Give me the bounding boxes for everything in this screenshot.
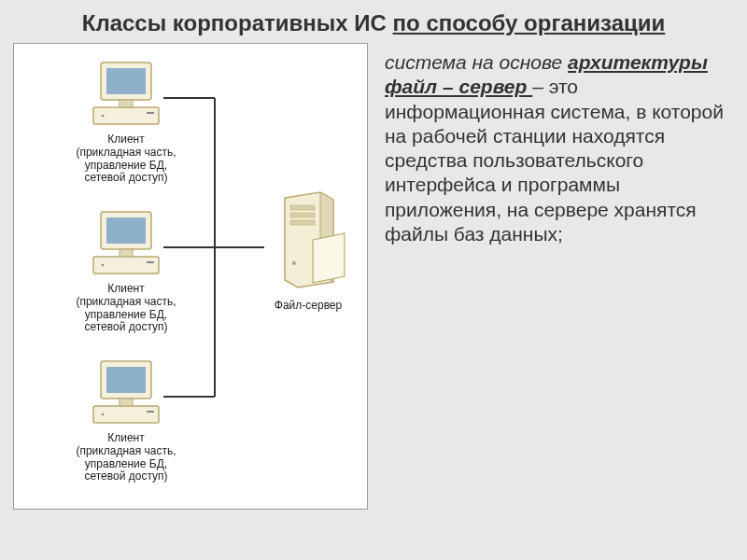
- text-intro: система на основе: [385, 51, 568, 73]
- computer-icon: [84, 359, 168, 427]
- svg-rect-22: [147, 411, 154, 413]
- svg-rect-8: [120, 100, 133, 107]
- svg-rect-18: [106, 367, 146, 393]
- client-node-1: Клиент (прикладная часть, управление БД,…: [42, 61, 210, 185]
- svg-point-21: [102, 413, 105, 416]
- client-desc: сетевой доступ): [42, 321, 210, 334]
- client-desc: сетевой доступ): [42, 470, 210, 483]
- svg-rect-24: [290, 213, 315, 217]
- client-title: Клиент: [42, 283, 210, 296]
- svg-rect-20: [120, 399, 133, 406]
- diagram-panel: Клиент (прикладная часть, управление БД,…: [13, 43, 368, 510]
- client-desc: управление БД,: [42, 160, 210, 173]
- svg-rect-12: [106, 217, 146, 244]
- title-underlined: по способу организации: [393, 10, 666, 35]
- svg-rect-23: [290, 205, 315, 210]
- client-desc: сетевой доступ): [42, 172, 210, 185]
- server-node: Файл-сервер: [261, 189, 355, 312]
- client-desc: (прикладная часть,: [42, 147, 210, 160]
- client-title: Клиент: [42, 133, 210, 147]
- svg-rect-16: [147, 261, 154, 263]
- svg-rect-25: [290, 220, 315, 225]
- client-node-2: Клиент (прикладная часть, управление БД,…: [42, 210, 210, 334]
- client-desc: управление БД,: [42, 309, 210, 322]
- computer-icon: [84, 210, 168, 277]
- svg-rect-6: [106, 68, 146, 94]
- client-desc: управление БД,: [42, 458, 210, 471]
- client-title: Клиент: [42, 432, 210, 445]
- server-icon: [266, 189, 350, 291]
- svg-rect-14: [120, 249, 133, 257]
- svg-point-9: [102, 115, 105, 118]
- computer-icon: [84, 61, 168, 128]
- client-desc: (прикладная часть,: [42, 296, 210, 309]
- server-label: Файл-сервер: [261, 299, 355, 312]
- text-body: – это информационная система, в которой …: [385, 76, 724, 245]
- client-desc: (прикладная часть,: [42, 445, 210, 458]
- description-text: система на основе архитектуры файл – сер…: [368, 43, 738, 510]
- svg-point-26: [292, 261, 296, 265]
- svg-point-15: [102, 264, 105, 267]
- svg-rect-10: [147, 112, 154, 114]
- title-plain: Классы корпоративных ИС: [82, 10, 393, 35]
- slide-title: Классы корпоративных ИС по способу орган…: [0, 0, 747, 43]
- client-node-3: Клиент (прикладная часть, управление БД,…: [42, 359, 210, 483]
